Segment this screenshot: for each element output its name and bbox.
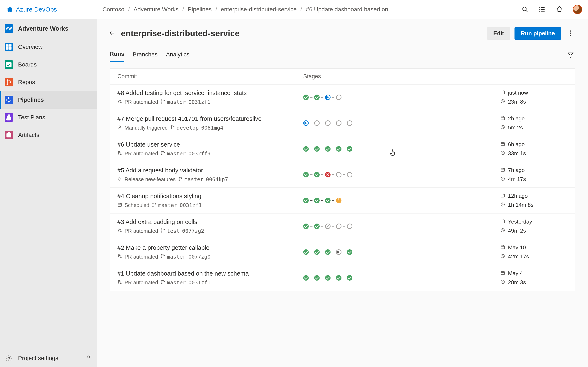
settings-list-icon[interactable] (538, 6, 546, 13)
commit-hash[interactable]: 0077zg2 (182, 228, 204, 234)
back-button[interactable] (109, 30, 115, 37)
collapse-sidebar-icon[interactable] (86, 354, 92, 361)
branch-name[interactable]: develop (177, 125, 199, 131)
svg-rect-12 (6, 62, 12, 67)
stage-success-icon[interactable] (325, 275, 330, 281)
breadcrumb-item[interactable]: Contoso (103, 6, 124, 13)
edit-button[interactable]: Edit (487, 27, 510, 40)
run-when: May 4 (508, 270, 523, 277)
clock-icon (501, 227, 505, 234)
stage-fail-icon[interactable] (325, 172, 330, 177)
stage-success-icon[interactable] (347, 275, 352, 281)
run-source: PR automated (125, 280, 158, 286)
sidebar-item-pipelines[interactable]: Pipelines (0, 91, 97, 109)
commit-hash[interactable]: 0064kp7 (206, 176, 228, 183)
svg-point-18 (8, 357, 10, 359)
stage-success-icon[interactable] (336, 146, 341, 152)
marketplace-icon[interactable] (556, 6, 563, 13)
run-pipeline-button[interactable]: Run pipeline (515, 27, 561, 40)
stage-success-icon[interactable] (314, 146, 320, 152)
breadcrumb-item[interactable]: enterprise-distributed-service (221, 6, 297, 13)
stage-success-icon[interactable] (347, 146, 352, 152)
sidebar-item-overview[interactable]: Overview (0, 38, 97, 56)
stage-success-icon[interactable] (303, 275, 309, 281)
stage-success-icon[interactable] (314, 198, 320, 203)
stage-pending-icon[interactable] (314, 120, 320, 126)
product-logo[interactable]: Azure DevOps (6, 6, 92, 13)
sidebar-item-repos[interactable]: Repos (0, 73, 97, 91)
sidebar-item-artifacts[interactable]: Artifacts (0, 126, 97, 144)
commit-hash[interactable]: 0081mg4 (201, 125, 223, 131)
stage-cancelled-icon[interactable] (325, 224, 330, 229)
user-avatar[interactable] (573, 5, 582, 14)
commit-hash[interactable]: 0031zf1 (180, 202, 202, 208)
branch-name[interactable]: master (167, 280, 186, 286)
stage-pending-icon[interactable] (336, 120, 341, 126)
sidebar-item-boards[interactable]: Boards (0, 56, 97, 73)
stage-success-icon[interactable] (303, 95, 309, 100)
stage-pending-icon[interactable] (336, 172, 341, 177)
run-duration: 28m 3s (508, 279, 526, 286)
stage-success-icon[interactable] (303, 146, 309, 152)
stage-success-icon[interactable] (325, 198, 330, 203)
tab-runs[interactable]: Runs (110, 49, 124, 62)
stage-pending-icon[interactable] (347, 172, 352, 177)
stage-pending-icon[interactable] (347, 224, 352, 229)
stage-pending-icon[interactable] (336, 95, 341, 100)
stage-pending-icon[interactable] (325, 120, 330, 126)
stage-success-icon[interactable] (314, 172, 320, 177)
stage-success-icon[interactable] (347, 249, 352, 255)
breadcrumb-item[interactable]: Adventure Works (134, 6, 179, 13)
breadcrumb-item[interactable]: Pipelines (188, 6, 212, 13)
stage-success-icon[interactable] (336, 275, 341, 281)
stage-success-icon[interactable] (303, 172, 309, 177)
branch-name[interactable]: master (184, 176, 203, 183)
tab-analytics[interactable]: Analytics (166, 49, 190, 62)
branch-name[interactable]: master (167, 99, 186, 105)
run-row[interactable]: #7 Merge pull request 401701 from users/… (110, 110, 575, 136)
run-row[interactable]: #3 Add extra padding on cellsPR automate… (110, 214, 575, 239)
svg-rect-11 (9, 46, 11, 50)
svg-point-48 (161, 154, 162, 155)
branch-name[interactable]: master (167, 254, 186, 260)
stage-pending-icon[interactable] (347, 120, 352, 126)
run-row[interactable]: #1 Update dashboard based on the new sch… (110, 265, 575, 291)
stage-success-icon[interactable] (325, 146, 330, 152)
stage-running-icon[interactable] (303, 120, 309, 126)
commit-hash[interactable]: 0031zf1 (188, 99, 210, 105)
branch-name[interactable]: master (158, 202, 177, 208)
tab-branches[interactable]: Branches (133, 49, 157, 62)
run-row[interactable]: #6 Update user servicePR automatedmaster… (110, 136, 575, 162)
svg-point-28 (161, 103, 162, 104)
sidebar-item-test[interactable]: Test Plans (0, 109, 97, 126)
stage-running-icon[interactable] (325, 95, 330, 100)
stage-partial-icon[interactable] (336, 249, 341, 255)
stage-success-icon[interactable] (314, 275, 320, 281)
filter-icon[interactable] (567, 52, 574, 59)
stage-pending-icon[interactable] (336, 224, 341, 229)
commit-hash[interactable]: 0031zf1 (188, 280, 210, 286)
commit-hash[interactable]: 0032ff9 (188, 150, 210, 157)
run-row[interactable]: #5 Add a request body validatorRelease n… (110, 162, 575, 188)
run-row[interactable]: #2 Make a property getter callablePR aut… (110, 239, 575, 265)
project-settings[interactable]: Project settings (0, 349, 97, 367)
project-switcher[interactable]: AW Adventure Works (0, 19, 97, 38)
branch-name[interactable]: master (167, 150, 186, 157)
commit-hash[interactable]: 0077zg0 (188, 254, 210, 260)
calendar-icon (501, 218, 505, 225)
branch-name[interactable]: test (167, 228, 180, 234)
more-menu-icon[interactable] (565, 28, 575, 39)
search-icon[interactable] (521, 6, 529, 13)
stage-warning-icon[interactable] (336, 198, 341, 203)
run-row[interactable]: #8 Added testing for get_service_instanc… (110, 84, 575, 110)
stage-success-icon[interactable] (303, 198, 309, 203)
stage-success-icon[interactable] (303, 224, 309, 229)
stage-success-icon[interactable] (314, 95, 320, 100)
project-name: Adventure Works (18, 25, 69, 32)
stage-success-icon[interactable] (314, 224, 320, 229)
breadcrumb-item[interactable]: #6 Update dashboard based on... (306, 6, 393, 13)
stage-success-icon[interactable] (325, 249, 330, 255)
stage-success-icon[interactable] (303, 249, 309, 255)
run-row[interactable]: #4 Cleanup notifications stylingSchedule… (110, 188, 575, 214)
stage-success-icon[interactable] (314, 249, 320, 255)
